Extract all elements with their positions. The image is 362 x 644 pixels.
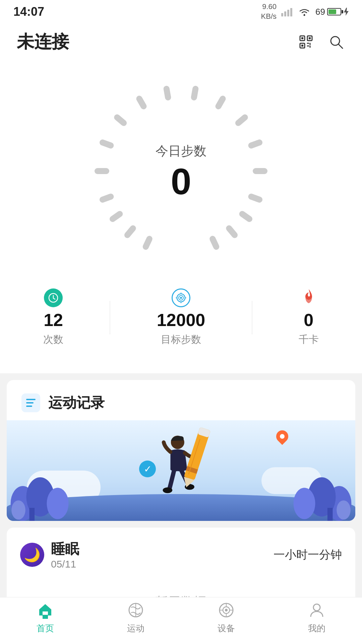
signal-icon — [281, 7, 293, 16]
svg-rect-27 — [99, 193, 115, 204]
svg-rect-59 — [327, 508, 333, 521]
exercise-card-title: 运动记录 — [48, 393, 105, 412]
svg-rect-22 — [253, 168, 267, 174]
main-content: 今日步数 0 12 次数 — [0, 60, 362, 373]
svg-rect-30 — [142, 235, 154, 251]
target-label: 目标步数 — [161, 333, 201, 346]
svg-point-66 — [225, 609, 228, 611]
svg-rect-24 — [238, 210, 253, 223]
search-button[interactable] — [327, 33, 345, 51]
sleep-duration: 一小时一分钟 — [274, 547, 342, 562]
svg-rect-13 — [95, 168, 109, 174]
mine-label: 我的 — [308, 623, 325, 634]
network-speed-label: 9.60KB/s — [261, 2, 277, 21]
svg-point-60 — [337, 500, 351, 520]
svg-rect-19 — [214, 95, 227, 110]
sleep-card-header: 🌙 睡眠 05/11 一小时一分钟 — [7, 528, 355, 573]
svg-rect-9 — [309, 37, 311, 39]
svg-rect-14 — [99, 139, 115, 149]
svg-point-34 — [180, 297, 182, 299]
app-header: 未连接 — [0, 23, 362, 60]
svg-rect-16 — [135, 95, 148, 110]
svg-rect-3 — [290, 8, 292, 16]
sport-label: 运动 — [127, 623, 144, 634]
fire-icon — [299, 288, 318, 307]
clock-icon — [44, 288, 63, 307]
step-dial: 今日步数 0 — [87, 77, 275, 265]
svg-point-55 — [11, 500, 25, 520]
nav-item-home[interactable]: 首页 — [22, 597, 68, 638]
svg-rect-0 — [281, 13, 283, 16]
nav-item-mine[interactable]: 我的 — [294, 597, 340, 638]
calories-label: 千卡 — [299, 333, 319, 346]
stat-item-count: 12 次数 — [43, 288, 63, 346]
home-label: 首页 — [37, 623, 54, 634]
svg-rect-23 — [247, 193, 263, 204]
svg-rect-42 — [26, 406, 32, 407]
svg-point-71 — [313, 604, 320, 611]
status-bar: 14:07 9.60KB/s 69 — [0, 0, 362, 23]
stat-item-target: 12000 目标步数 — [157, 288, 205, 346]
status-time: 14:07 — [13, 5, 44, 19]
svg-point-53 — [47, 488, 69, 519]
svg-point-4 — [304, 14, 305, 16]
svg-rect-25 — [225, 224, 239, 239]
sleep-date: 05/11 — [51, 558, 79, 570]
svg-rect-28 — [108, 210, 124, 223]
step-counter-section: 今日步数 0 — [0, 60, 362, 278]
step-info: 今日步数 0 — [156, 143, 206, 200]
scan-button[interactable] — [297, 33, 315, 51]
step-count: 0 — [156, 163, 206, 200]
sleep-title-group: 睡眠 05/11 — [51, 540, 79, 570]
home-icon — [36, 600, 55, 620]
device-label: 设备 — [218, 623, 235, 634]
device-icon — [217, 600, 236, 620]
svg-point-44 — [163, 487, 172, 493]
pin-icon — [274, 428, 291, 445]
wifi-icon — [298, 7, 311, 16]
svg-rect-40 — [26, 399, 36, 400]
svg-rect-18 — [190, 85, 199, 101]
svg-rect-21 — [247, 139, 263, 149]
target-icon — [172, 288, 190, 307]
svg-rect-54 — [29, 508, 35, 521]
svg-rect-8 — [301, 37, 303, 39]
nav-item-sport[interactable]: 运动 — [113, 597, 159, 638]
charging-icon — [343, 8, 349, 16]
battery-indicator: 69 — [315, 7, 349, 17]
sleep-icon: 🌙 — [20, 543, 44, 567]
stats-row: 12 次数 12000 目标步数 — [0, 278, 362, 363]
status-right-icons: 9.60KB/s 69 — [261, 2, 349, 21]
exercise-list-icon — [20, 392, 42, 414]
svg-line-12 — [339, 44, 343, 48]
svg-point-58 — [294, 488, 315, 519]
svg-rect-26 — [208, 235, 220, 251]
header-actions — [297, 33, 345, 51]
svg-rect-10 — [301, 45, 303, 47]
exercise-illustration: ✓ — [7, 420, 355, 521]
bottom-nav: 首页 运动 设备 — [0, 597, 362, 644]
connection-status: 未连接 — [17, 30, 69, 54]
target-value: 12000 — [157, 310, 205, 330]
sleep-title: 睡眠 — [51, 540, 79, 558]
exercise-card[interactable]: 运动记录 ✓ — [7, 380, 355, 521]
calories-value: 0 — [304, 310, 313, 330]
mine-icon — [307, 600, 326, 620]
nav-item-device[interactable]: 设备 — [203, 597, 249, 638]
count-label: 次数 — [43, 333, 63, 346]
svg-rect-41 — [26, 402, 34, 404]
stat-item-calories: 0 千卡 — [299, 288, 319, 346]
svg-rect-15 — [113, 113, 128, 127]
divider-2 — [252, 301, 252, 334]
sleep-header-left: 🌙 睡眠 05/11 — [20, 540, 79, 570]
svg-rect-61 — [43, 615, 48, 619]
svg-rect-29 — [123, 224, 137, 239]
sport-icon — [126, 600, 145, 620]
plant-left — [7, 477, 74, 521]
divider-1 — [110, 301, 110, 334]
svg-rect-20 — [234, 113, 249, 127]
svg-rect-17 — [163, 85, 171, 101]
svg-rect-1 — [284, 11, 286, 16]
count-value: 12 — [44, 310, 63, 330]
exercise-card-header: 运动记录 — [7, 380, 355, 420]
